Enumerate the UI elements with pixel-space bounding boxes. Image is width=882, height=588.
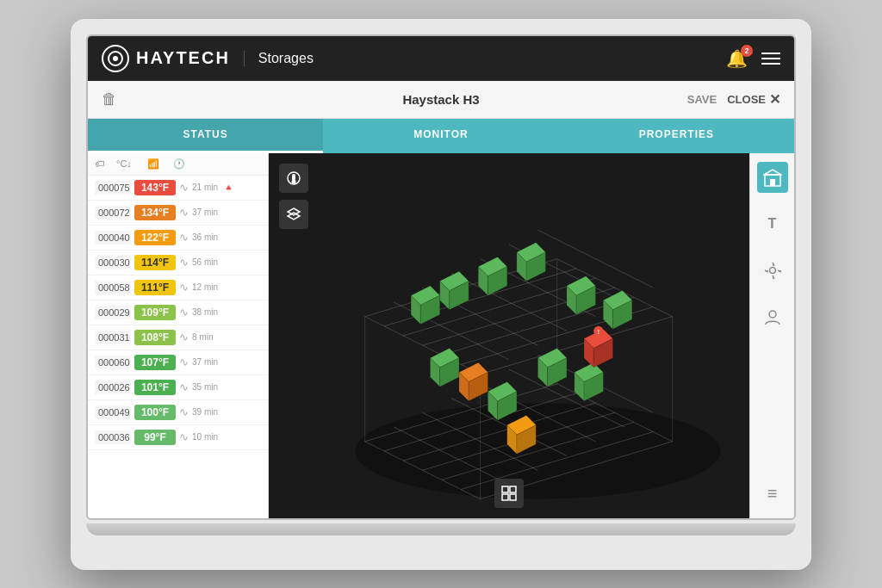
sensor-id: 000029 xyxy=(95,306,131,319)
viz-container: ! xyxy=(269,153,749,518)
sensor-wifi-icon: ∿ xyxy=(179,356,189,368)
sidebar-list-button[interactable]: ≡ xyxy=(757,479,788,510)
menu-line-3 xyxy=(761,63,780,65)
sensor-id: 000031 xyxy=(95,331,131,344)
sensor-wifi-icon: ∿ xyxy=(179,256,189,269)
sidebar-tool-button[interactable]: T xyxy=(757,208,788,239)
svg-text:!: ! xyxy=(598,328,599,334)
sidebar-settings-button[interactable] xyxy=(757,255,788,286)
sensor-row[interactable]: 000075143°F∿21 min🔺 xyxy=(88,176,268,201)
sensor-id: 000060 xyxy=(95,356,131,369)
svg-line-30 xyxy=(365,316,481,374)
sensor-time: 35 min xyxy=(192,382,218,392)
panel-header: 🗑 Haystack H3 SAVE CLOSE ✕ xyxy=(88,81,794,119)
sensor-time: 36 min xyxy=(192,232,218,242)
sensor-id: 000072 xyxy=(95,206,131,220)
sensor-wifi-icon: ∿ xyxy=(179,181,189,194)
panel-actions: SAVE CLOSE ✕ xyxy=(687,91,780,108)
sensor-row[interactable]: 000030114°F∿56 min xyxy=(88,251,268,275)
svg-line-36 xyxy=(537,230,653,288)
main-area: 🗑 Haystack H3 SAVE CLOSE ✕ xyxy=(88,81,794,518)
sensor-id: 000036 xyxy=(95,430,131,444)
3d-grid-svg: ! xyxy=(269,153,749,518)
tab-properties[interactable]: PROPERTIES xyxy=(559,119,794,153)
sensor-row[interactable]: 000049100°F∿39 min xyxy=(88,400,268,425)
sensor-wifi-icon: ∿ xyxy=(179,281,189,294)
sensor-row[interactable]: 000060107°F∿37 min xyxy=(88,350,268,375)
sensor-id: 000075 xyxy=(95,181,131,195)
menu-line-1 xyxy=(761,53,780,54)
svg-rect-87 xyxy=(510,494,516,500)
menu-line-2 xyxy=(761,58,780,59)
sensor-time: 39 min xyxy=(192,407,218,417)
laptop-shell: HAYTECH Storages 🔔 2 xyxy=(71,19,811,570)
topbar: HAYTECH Storages 🔔 2 xyxy=(88,36,794,81)
temp-view-button[interactable] xyxy=(279,164,308,193)
close-x-icon: ✕ xyxy=(769,91,780,108)
notification-bell[interactable]: 🔔 2 xyxy=(726,48,748,69)
sidebar-building-button[interactable] xyxy=(757,162,788,193)
sensor-time: 38 min xyxy=(192,307,218,317)
sensor-list: 🏷 °C↓ 📶 🕐 000075143°F∿21 min🔺000072134°F… xyxy=(88,153,269,518)
sensor-row[interactable]: 000040122°F∿36 min xyxy=(88,226,268,251)
sensor-time: 56 min xyxy=(192,257,218,267)
delete-button[interactable]: 🗑 xyxy=(102,90,117,108)
menu-button[interactable] xyxy=(761,53,780,65)
sensor-wifi-icon: ∿ xyxy=(179,381,189,393)
content-panel: 🗑 Haystack H3 SAVE CLOSE ✕ xyxy=(88,81,794,518)
svg-line-29 xyxy=(481,316,673,374)
sidebar-user-button[interactable] xyxy=(757,301,788,332)
layer-view-button[interactable] xyxy=(279,200,308,229)
save-button[interactable]: SAVE xyxy=(687,93,717,106)
tab-status[interactable]: STATUS xyxy=(88,119,323,153)
sensor-rows: 000075143°F∿21 min🔺000072134°F∿37 min000… xyxy=(88,176,268,450)
right-sidebar: T xyxy=(749,153,794,518)
sensor-temp: 122°F xyxy=(134,230,176,245)
sensor-temp: 108°F xyxy=(134,330,176,345)
col-wifi: 📶 xyxy=(147,158,159,170)
sensor-row[interactable]: 000026101°F∿35 min xyxy=(88,375,268,400)
svg-rect-86 xyxy=(502,494,508,500)
svg-rect-85 xyxy=(510,486,516,492)
sensor-list-header: 🏷 °C↓ 📶 🕐 xyxy=(88,153,268,176)
close-label: CLOSE xyxy=(727,93,766,106)
svg-point-4 xyxy=(292,179,296,183)
sensor-temp: 109°F xyxy=(134,305,176,320)
svg-marker-6 xyxy=(288,213,300,220)
tab-monitor[interactable]: MONITOR xyxy=(323,119,558,153)
logo-icon xyxy=(102,45,129,72)
svg-rect-84 xyxy=(502,486,508,492)
grid-layout-button[interactable] xyxy=(494,479,524,508)
topbar-logo: HAYTECH xyxy=(102,45,230,72)
laptop-screen: HAYTECH Storages 🔔 2 xyxy=(86,34,796,520)
sensor-wifi-icon: ∿ xyxy=(179,430,189,443)
svg-point-1 xyxy=(113,56,118,61)
sensor-wifi-icon: ∿ xyxy=(179,331,189,344)
sensor-wifi-icon: ∿ xyxy=(179,306,189,319)
sensor-id: 000026 xyxy=(95,381,131,394)
sensor-temp: 101°F xyxy=(134,380,176,395)
sensor-temp: 134°F xyxy=(134,205,176,220)
sensor-temp: 99°F xyxy=(134,430,176,445)
sensor-temp: 111°F xyxy=(134,280,176,295)
svg-point-92 xyxy=(769,311,776,318)
panel-title: Haystack H3 xyxy=(402,92,479,107)
sensor-row[interactable]: 000058111°F∿12 min xyxy=(88,275,268,300)
sensor-time: 37 min xyxy=(192,207,218,217)
sensor-row[interactable]: 000072134°F∿37 min xyxy=(88,201,268,226)
col-temp: °C↓ xyxy=(116,158,132,169)
sensor-id: 000058 xyxy=(95,281,131,294)
col-tag: 🏷 xyxy=(95,158,104,169)
sensor-wifi-icon: ∿ xyxy=(179,206,189,219)
close-button[interactable]: CLOSE ✕ xyxy=(727,91,780,108)
svg-marker-5 xyxy=(288,208,300,215)
sensor-wifi-icon: ∿ xyxy=(179,405,189,418)
sensor-time: 37 min xyxy=(192,357,218,367)
panel-body: 🏷 °C↓ 📶 🕐 000075143°F∿21 min🔺000072134°F… xyxy=(88,153,794,518)
sensor-id: 000030 xyxy=(95,256,131,269)
sensor-temp: 114°F xyxy=(134,255,176,270)
sensor-time: 12 min xyxy=(192,282,218,292)
sensor-row[interactable]: 00003699°F∿10 min xyxy=(88,425,268,450)
sensor-row[interactable]: 000029109°F∿38 min xyxy=(88,300,268,325)
sensor-row[interactable]: 000031108°F∿8 min xyxy=(88,325,268,350)
